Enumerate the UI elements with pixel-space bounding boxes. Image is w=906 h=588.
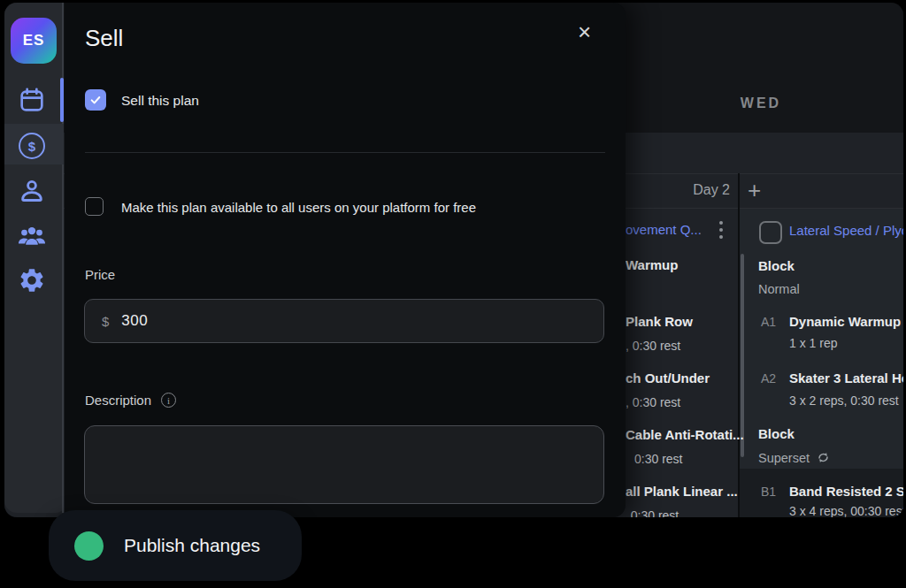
exercise-name: Skater 3 Lateral Hop bbox=[789, 370, 903, 386]
publish-changes-button[interactable]: Publish changes bbox=[49, 510, 302, 581]
free-plan-label: Make this plan available to all users on… bbox=[121, 200, 476, 215]
sidebar-item-clients[interactable] bbox=[17, 221, 47, 251]
description-textarea[interactable] bbox=[84, 425, 604, 504]
app-window: WED Day 2 + ovement Q... Warmup Plank Ro… bbox=[4, 3, 903, 517]
info-icon[interactable]: i bbox=[161, 393, 176, 408]
description-label-row: Description i bbox=[85, 393, 176, 408]
calendar-icon bbox=[18, 86, 46, 114]
exercise-code: B1 bbox=[761, 485, 776, 499]
divider bbox=[85, 152, 605, 153]
block-type: Superset bbox=[758, 451, 830, 467]
publish-changes-label: Publish changes bbox=[124, 535, 260, 556]
workout-title-link[interactable]: ovement Q... bbox=[626, 222, 702, 237]
weekday-header: WED bbox=[708, 95, 814, 111]
person-icon bbox=[17, 176, 47, 206]
exercise-name: Band Resisted 2 Step bbox=[789, 484, 903, 499]
exercise-detail: 1 x 1 rep bbox=[789, 336, 837, 350]
sidebar: ES $ bbox=[4, 3, 64, 513]
dollar-icon: $ bbox=[19, 133, 45, 159]
exercise-detail: 3 x 2 reps, 0:30 rest bbox=[789, 393, 899, 408]
add-workout-button[interactable]: + bbox=[748, 177, 761, 204]
exercise-name: Warmup bbox=[626, 257, 678, 272]
block-type: Normal bbox=[758, 282, 800, 296]
sidebar-item-settings[interactable] bbox=[17, 265, 47, 295]
exercise-name: Plank Row bbox=[626, 314, 693, 329]
workout-title-link[interactable]: Lateral Speed / Plyo bbox=[789, 223, 903, 238]
exercise-detail: 3 x 4 reps, 00:30 rest bbox=[789, 504, 903, 517]
avatar[interactable]: ES bbox=[11, 18, 57, 64]
exercise-name: ch Out/Under bbox=[626, 370, 710, 386]
currency-symbol: $ bbox=[102, 314, 109, 329]
sidebar-item-sell[interactable]: $ bbox=[17, 131, 47, 161]
day-label: Day 2 bbox=[624, 182, 730, 198]
workout-select-checkbox[interactable] bbox=[759, 221, 782, 244]
description-label: Description bbox=[85, 393, 151, 408]
exercise-code: A1 bbox=[761, 315, 776, 329]
kebab-menu-icon[interactable] bbox=[719, 221, 723, 239]
price-input[interactable]: $ 300 bbox=[84, 299, 604, 343]
price-label: Price bbox=[85, 267, 115, 282]
sell-modal: Sell × Sell this plan Make this plan ava… bbox=[65, 3, 626, 517]
column-divider bbox=[738, 173, 740, 517]
gear-icon bbox=[18, 266, 46, 294]
exercise-code: A2 bbox=[761, 371, 776, 386]
superset-repeat-icon bbox=[817, 451, 830, 467]
people-icon bbox=[17, 221, 47, 251]
exercise-detail: , 0:30 rest bbox=[624, 508, 679, 517]
active-nav-indicator bbox=[60, 78, 64, 122]
block-label: Block bbox=[758, 258, 795, 273]
block-label: Block bbox=[758, 426, 795, 441]
close-icon[interactable]: × bbox=[578, 20, 591, 43]
sell-plan-checkbox[interactable] bbox=[85, 89, 106, 111]
exercise-name: Dynamic Warmup bbox=[789, 314, 901, 329]
exercise-name: Cable Anti-Rotati... bbox=[626, 427, 744, 442]
free-plan-checkbox[interactable] bbox=[85, 197, 104, 216]
sell-plan-label: Sell this plan bbox=[121, 93, 199, 109]
status-dot-icon bbox=[74, 531, 104, 561]
price-value: 300 bbox=[121, 312, 148, 330]
exercise-detail: , 0:30 rest bbox=[626, 395, 680, 409]
exercise-name: all Plank Linear ... bbox=[626, 484, 738, 499]
exercise-detail: 0:30 rest bbox=[634, 452, 682, 466]
screen: WED Day 2 + ovement Q... Warmup Plank Ro… bbox=[0, 0, 906, 588]
exercise-detail: , 0:30 rest bbox=[626, 339, 680, 353]
sidebar-item-profile[interactable] bbox=[17, 176, 47, 206]
check-icon bbox=[88, 93, 103, 107]
modal-title: Sell bbox=[85, 25, 123, 52]
sidebar-item-calendar[interactable] bbox=[17, 85, 47, 115]
